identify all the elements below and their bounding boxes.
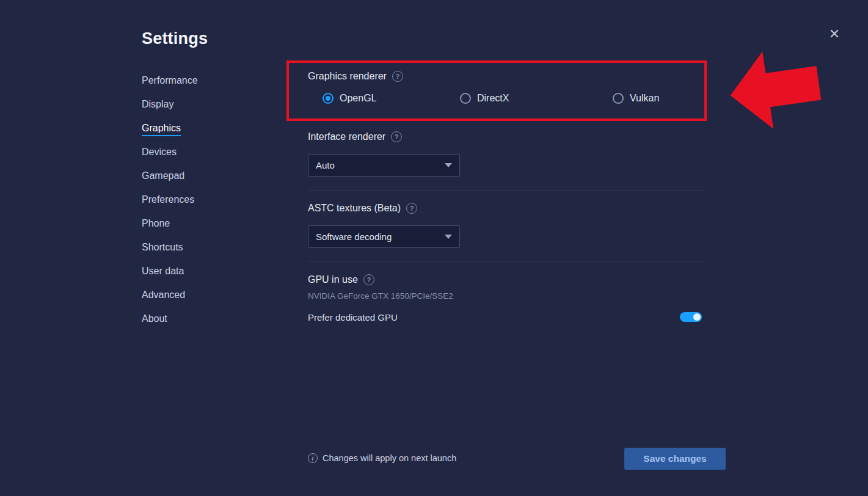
- sidebar-item-phone[interactable]: Phone: [142, 213, 198, 236]
- info-icon: i: [308, 453, 318, 463]
- radio-opengl[interactable]: OpenGL: [323, 93, 376, 104]
- sidebar-item-devices[interactable]: Devices: [142, 141, 198, 165]
- radio-circle-directx: [460, 93, 471, 104]
- toggle-knob: [693, 313, 701, 321]
- prefer-dedicated-gpu-label: Prefer dedicated GPU: [308, 312, 398, 323]
- sidebar-item-graphics[interactable]: Graphics: [142, 117, 198, 141]
- sidebar-item-preferences[interactable]: Preferences: [142, 189, 198, 213]
- sidebar-item-about[interactable]: About: [142, 308, 198, 332]
- gpu-in-use-label: GPU in use: [308, 274, 358, 285]
- radio-circle-opengl: [323, 93, 334, 104]
- astc-help-icon[interactable]: ?: [406, 203, 417, 214]
- footer-note: i Changes will apply on next launch: [308, 453, 456, 463]
- save-changes-button[interactable]: Save changes: [624, 448, 726, 470]
- interface-renderer-dropdown[interactable]: Auto: [308, 154, 460, 177]
- settings-sidebar: Performance Display Graphics Devices Gam…: [142, 70, 198, 332]
- sidebar-item-performance[interactable]: Performance: [142, 70, 198, 93]
- astc-label-row: ASTC textures (Beta) ?: [308, 203, 417, 214]
- astc-dropdown[interactable]: Software decoding: [308, 225, 460, 248]
- footer-note-text: Changes will apply on next launch: [323, 453, 456, 463]
- radio-directx[interactable]: DirectX: [460, 93, 509, 104]
- close-icon[interactable]: ✕: [825, 24, 844, 44]
- gpu-help-icon[interactable]: ?: [363, 274, 374, 285]
- graphics-renderer-help-icon[interactable]: ?: [392, 71, 403, 82]
- gpu-label-row: GPU in use ?: [308, 274, 374, 285]
- annotation-rectangle: [286, 60, 707, 121]
- graphics-renderer-label: Graphics renderer: [308, 71, 387, 82]
- sidebar-item-gamepad[interactable]: Gamepad: [142, 165, 198, 189]
- settings-dialog: Settings ✕ Performance Display Graphics …: [0, 0, 868, 496]
- interface-renderer-help-icon[interactable]: ?: [391, 131, 402, 142]
- page-title: Settings: [142, 29, 208, 48]
- chevron-down-icon: [445, 163, 452, 167]
- section-divider: [308, 190, 706, 191]
- gpu-name: NVIDIA GeForce GTX 1650/PCIe/SSE2: [308, 291, 453, 301]
- graphics-renderer-label-row: Graphics renderer ?: [308, 71, 403, 82]
- chevron-down-icon: [445, 235, 452, 239]
- sidebar-item-user-data[interactable]: User data: [142, 260, 198, 284]
- prefer-dedicated-gpu-toggle[interactable]: [680, 312, 702, 322]
- annotation-arrow-icon: [723, 35, 826, 142]
- interface-renderer-label-row: Interface renderer ?: [308, 131, 402, 142]
- section-divider: [308, 261, 706, 262]
- sidebar-item-advanced[interactable]: Advanced: [142, 284, 198, 308]
- interface-renderer-label: Interface renderer: [308, 131, 385, 142]
- radio-circle-vulkan: [613, 93, 624, 104]
- sidebar-item-shortcuts[interactable]: Shortcuts: [142, 236, 198, 260]
- sidebar-item-display[interactable]: Display: [142, 93, 198, 117]
- radio-vulkan[interactable]: Vulkan: [613, 93, 659, 104]
- astc-label: ASTC textures (Beta): [308, 203, 401, 214]
